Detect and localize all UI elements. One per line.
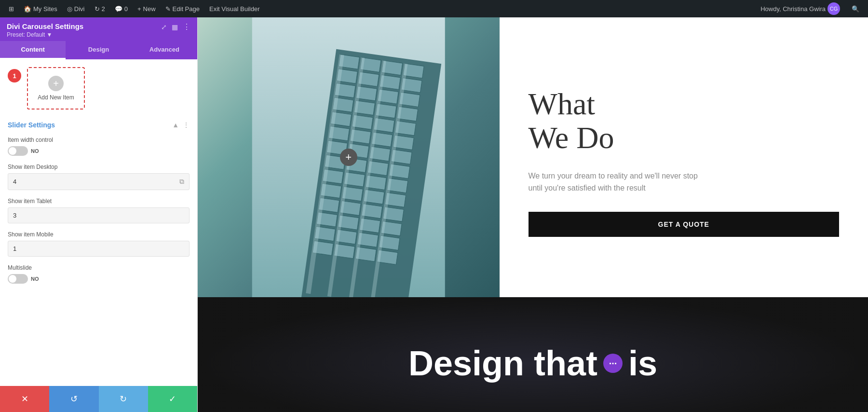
- hero-image: +: [198, 17, 500, 297]
- get-quote-button[interactable]: Get a Quote: [529, 212, 840, 237]
- undo-icon: ↺: [70, 394, 78, 404]
- columns-icon[interactable]: ▦: [172, 23, 178, 31]
- howdy-user[interactable]: Howdy, Christina Gwira CG: [757, 2, 844, 15]
- edit-page-label: Edit Page: [173, 5, 200, 13]
- undo-button[interactable]: ↺: [49, 386, 98, 412]
- updates-count: 2: [102, 5, 105, 13]
- multislide-toggle-wrap: NO: [8, 274, 190, 284]
- dark-title-text-1: Design that: [408, 343, 597, 383]
- add-element-button[interactable]: +: [340, 149, 357, 166]
- multislide-toggle-knob: [9, 275, 16, 283]
- resize-icon[interactable]: ⤢: [161, 23, 167, 31]
- section-header-icons: ▲ ⋮: [172, 121, 190, 129]
- section-more-icon[interactable]: ⋮: [183, 121, 190, 129]
- divi-label: Divi: [74, 5, 85, 13]
- save-button[interactable]: ✓: [148, 386, 197, 412]
- multislide-label: Multislide: [8, 264, 190, 271]
- slider-settings-header: Slider Settings ▲ ⋮: [8, 121, 190, 129]
- wp-logo[interactable]: ⊞: [5, 0, 18, 17]
- add-item-area: 1 + Add New Item: [8, 67, 190, 110]
- panel-preset: Preset: Default ▼: [7, 31, 83, 38]
- panel-footer: ✕ ↺ ↻ ✓: [0, 386, 197, 412]
- divi-icon: ◎: [67, 5, 72, 13]
- hero-title-line1: What: [529, 87, 596, 121]
- show-item-mobile-field: Show item Mobile: [8, 231, 190, 257]
- show-item-tablet-label: Show item Tablet: [8, 198, 190, 205]
- my-sites-menu[interactable]: 🏠 My Sites: [20, 0, 61, 17]
- show-item-mobile-label: Show item Mobile: [8, 231, 190, 238]
- hero-title-line2: We Do: [529, 121, 614, 155]
- show-item-desktop-field: Show item Desktop ⧉: [8, 164, 190, 190]
- tab-design[interactable]: Design: [66, 41, 131, 59]
- redo-button[interactable]: ↻: [99, 386, 148, 412]
- input-copy-icon[interactable]: ⧉: [179, 178, 184, 186]
- slider-settings-title: Slider Settings: [8, 121, 55, 129]
- collapse-icon[interactable]: ▲: [172, 121, 179, 129]
- my-sites-label: My Sites: [33, 5, 57, 13]
- left-panel: Divi Carousel Settings Preset: Default ▼…: [0, 17, 198, 412]
- dark-section: Design that ··· is: [198, 297, 868, 412]
- comments-count: 0: [124, 5, 128, 13]
- new-label: New: [143, 5, 156, 13]
- wp-icon: ⊞: [9, 5, 14, 13]
- show-item-tablet-field: Show item Tablet: [8, 198, 190, 223]
- dots-label: ···: [609, 358, 617, 369]
- avatar: CG: [827, 2, 840, 15]
- admin-bar-right: Howdy, Christina Gwira CG 🔍: [757, 2, 863, 15]
- main-layout: Divi Carousel Settings Preset: Default ▼…: [0, 17, 868, 412]
- tab-advanced[interactable]: Advanced: [132, 41, 197, 59]
- cancel-icon: ✕: [21, 394, 28, 404]
- divi-menu[interactable]: ◎ Divi: [63, 0, 89, 17]
- multislide-toggle[interactable]: [8, 274, 28, 284]
- purple-dots-icon: ···: [603, 354, 623, 373]
- chevron-down-icon: ▼: [46, 31, 52, 38]
- item-width-control-field: Item width control NO: [8, 137, 190, 156]
- show-item-tablet-input[interactable]: [13, 212, 184, 219]
- exit-visual-builder-label: Exit Visual Builder: [209, 5, 260, 13]
- dark-title-text-2: is: [628, 343, 657, 383]
- comments-menu[interactable]: 💬 0: [111, 0, 132, 17]
- cancel-button[interactable]: ✕: [0, 386, 49, 412]
- panel-body: 1 + Add New Item Slider Settings ▲ ⋮ Ite…: [0, 59, 197, 386]
- refresh-icon: ↻: [95, 5, 100, 13]
- pencil-icon: ✎: [165, 5, 171, 13]
- admin-bar: ⊞ 🏠 My Sites ◎ Divi ↻ 2 💬 0 + New ✎ Edit…: [0, 0, 868, 17]
- save-icon: ✓: [169, 394, 176, 404]
- new-menu[interactable]: + New: [134, 0, 160, 17]
- panel-header: Divi Carousel Settings Preset: Default ▼…: [0, 17, 197, 41]
- show-item-mobile-input-wrap: [8, 241, 190, 257]
- exit-visual-builder-btn[interactable]: Exit Visual Builder: [205, 0, 264, 17]
- dark-section-title: Design that ··· is: [408, 343, 657, 383]
- panel-title: Divi Carousel Settings: [7, 22, 83, 30]
- plus-circle-icon: +: [48, 76, 64, 91]
- add-new-item-button[interactable]: + Add New Item: [27, 67, 85, 110]
- panel-tabs: Content Design Advanced: [0, 41, 197, 59]
- search-btn[interactable]: 🔍: [848, 5, 863, 13]
- hero-subtitle: We turn your dream to reality and we'll …: [529, 170, 702, 194]
- show-item-desktop-label: Show item Desktop: [8, 164, 190, 170]
- hero-section: + What We Do We turn your dream to reali…: [198, 17, 868, 297]
- toggle-knob: [9, 147, 16, 155]
- item-width-toggle-label: NO: [31, 148, 39, 154]
- edit-page-btn[interactable]: ✎ Edit Page: [162, 0, 203, 17]
- search-icon: 🔍: [852, 5, 859, 13]
- updates-menu[interactable]: ↻ 2: [91, 0, 109, 17]
- howdy-label: Howdy, Christina Gwira: [760, 5, 826, 13]
- redo-icon: ↻: [120, 394, 127, 404]
- tab-content[interactable]: Content: [0, 41, 66, 59]
- item-width-toggle-wrap: NO: [8, 146, 190, 156]
- show-item-desktop-input[interactable]: [13, 178, 179, 185]
- add-new-item-label: Add New Item: [38, 94, 74, 101]
- item-width-control-label: Item width control: [8, 137, 190, 143]
- preset-label: Preset: Default: [7, 31, 45, 38]
- plus-icon: +: [137, 5, 141, 13]
- item-number-badge: 1: [8, 69, 21, 82]
- preview-area: + What We Do We turn your dream to reali…: [198, 17, 868, 412]
- multislide-field: Multislide NO: [8, 264, 190, 284]
- comment-icon: 💬: [115, 5, 122, 13]
- hero-title: What We Do: [529, 87, 840, 155]
- sites-icon: 🏠: [24, 5, 31, 13]
- more-options-icon[interactable]: ⋮: [183, 22, 190, 31]
- item-width-toggle[interactable]: [8, 146, 28, 156]
- show-item-mobile-input[interactable]: [13, 245, 184, 252]
